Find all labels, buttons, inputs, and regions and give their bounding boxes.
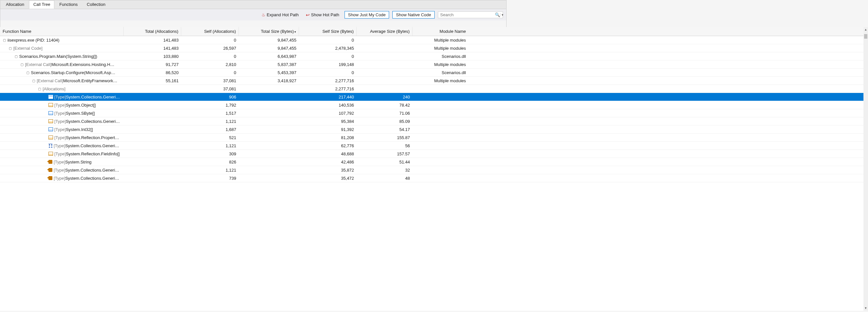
call-tree-grid: Function NameTotal (Allocations)Self (Al…: [0, 27, 506, 182]
expander-icon[interactable]: ▢: [3, 38, 6, 42]
function-name-text: Scenarios.Startup.Configure(Microsoft.As…: [31, 70, 115, 75]
total-cell: 141,483: [124, 46, 181, 51]
self_size-cell: 0: [299, 38, 356, 42]
function-name-cell[interactable]: [Type] System.Collections.Generi…: [0, 95, 124, 99]
tree-row[interactable]: ▢[External Code]141,48326,5979,847,4552,…: [0, 44, 506, 52]
column-header[interactable]: Module Name: [412, 27, 468, 36]
tree-row[interactable]: [Type] System.Object[]1,792140,53678.42: [0, 101, 506, 109]
name-prefix: [Type]: [54, 95, 66, 99]
function-name-text: System.Int32[]: [66, 127, 93, 132]
function-name-cell[interactable]: ▢[External Call] Microsoft.EntityFramewo…: [0, 78, 124, 83]
avg-cell: 85.09: [356, 119, 412, 124]
tree-row[interactable]: ▢[External Call] Microsoft.Extensions.Ho…: [0, 61, 506, 69]
tree-row[interactable]: ▢Scenarios.Program.Main(System.String[])…: [0, 52, 506, 61]
tree-row[interactable]: ▢iisexpress.exe (PID: 11404)141,48309,84…: [0, 36, 506, 44]
function-name-cell[interactable]: [Type] System.SByte[]: [0, 111, 124, 116]
self-cell: 0: [181, 38, 239, 42]
function-name-cell[interactable]: [Type] System.Object[]: [0, 103, 124, 108]
expander-icon[interactable]: ▢: [26, 71, 30, 74]
name-prefix: [Type]: [54, 135, 66, 140]
column-header[interactable]: Self (Allocations): [181, 27, 239, 36]
function-name-text: System.String: [65, 160, 91, 165]
search-dropdown-icon[interactable]: ▾: [500, 13, 503, 16]
tree-row[interactable]: ▢Scenarios.Startup.Configure(Microsoft.A…: [0, 69, 506, 77]
tree-row[interactable]: [Type] System.Reflection.Propert…52181,2…: [0, 134, 506, 142]
column-header[interactable]: Function Name: [0, 27, 124, 36]
function-name-cell[interactable]: ▢Scenarios.Startup.Configure(Microsoft.A…: [0, 70, 124, 75]
module-cell: Multiple modules: [412, 38, 468, 42]
column-header[interactable]: Total (Allocations): [124, 27, 181, 36]
expander-icon: [43, 119, 47, 123]
tree-row[interactable]: [Type] System.Collections.Generi…906217,…: [0, 93, 506, 101]
name-prefix: [Type]: [54, 127, 66, 132]
self_size-cell: 2,277,716: [299, 86, 356, 91]
function-name-cell[interactable]: ▢iisexpress.exe (PID: 11404): [0, 38, 124, 42]
tree-row[interactable]: [Type] System.Collections.Generi…1,12162…: [0, 142, 506, 150]
tree-row[interactable]: [Type] System.String82642,48651.44: [0, 158, 506, 166]
function-name-cell[interactable]: [Type] System.String: [0, 160, 124, 165]
type-icon: [49, 136, 53, 139]
module-cell: Multiple modules: [412, 46, 468, 51]
tree-row[interactable]: ▢[Allocations]37,0812,277,716: [0, 85, 506, 93]
function-name-cell[interactable]: [Type] System.Reflection.Propert…: [0, 135, 124, 140]
expand-hot-path-link[interactable]: ♨ Expand Hot Path: [259, 12, 301, 18]
expander-icon[interactable]: ▢: [38, 87, 41, 91]
tab-call-tree[interactable]: Call Tree: [29, 0, 54, 9]
self_size-cell: 35,472: [299, 176, 356, 181]
function-name-cell[interactable]: ▢[External Code]: [0, 46, 124, 51]
type-icon: [49, 111, 53, 115]
self-cell: 826: [181, 160, 239, 165]
total_size-cell: 9,847,455: [239, 46, 299, 51]
function-name-text: System.Collections.Generi…: [66, 95, 120, 99]
function-name-cell[interactable]: [Type] System.Collections.Generi…: [0, 119, 124, 124]
show-native-code-button[interactable]: Show Native Code: [392, 11, 435, 19]
expander-icon[interactable]: ▢: [32, 79, 35, 82]
tree-row[interactable]: [Type] System.Collections.Generi…1,12135…: [0, 166, 506, 174]
function-name-cell[interactable]: ▢[External Call] Microsoft.Extensions.Ho…: [0, 62, 124, 67]
column-header[interactable]: Average Size (Bytes): [356, 27, 412, 36]
function-name-cell[interactable]: [Type] System.Collections.Generi…: [0, 176, 124, 181]
expander-icon[interactable]: ▢: [14, 55, 18, 58]
type-icon: [49, 119, 53, 123]
self-cell: 0: [181, 70, 239, 75]
name-prefix: [Type]: [54, 176, 65, 181]
function-name-text: iisexpress.exe (PID: 11404): [7, 38, 60, 42]
tree-row[interactable]: [Type] System.SByte[]1,517107,79271.06: [0, 109, 506, 117]
total-cell: 141,483: [124, 38, 181, 42]
function-name-cell[interactable]: [Type] System.Int32[]: [0, 127, 124, 132]
tree-row[interactable]: [Type] System.Collections.Generi…73935,4…: [0, 174, 506, 182]
tree-row[interactable]: ▢[External Call] Microsoft.EntityFramewo…: [0, 77, 506, 85]
type-icon: [49, 128, 53, 131]
expander-icon[interactable]: ▢: [20, 63, 24, 66]
column-header[interactable]: Total Size (Bytes)▾: [239, 27, 299, 36]
function-name-cell[interactable]: [Type] System.Reflection.FieldInfo[]: [0, 151, 124, 156]
name-prefix: [Type]: [54, 151, 66, 156]
show-just-my-code-button[interactable]: Show Just My Code: [344, 11, 390, 19]
function-name-text: System.Collections.Generi…: [65, 168, 119, 173]
show-hot-path-link[interactable]: ↩ Show Hot Path: [304, 12, 341, 18]
function-name-cell[interactable]: ▢Scenarios.Program.Main(System.String[]): [0, 54, 124, 59]
tab-functions[interactable]: Functions: [55, 0, 82, 9]
avg-cell: 56: [356, 143, 412, 148]
self_size-cell: 2,478,345: [299, 46, 356, 51]
search-icon[interactable]: 🔍: [495, 12, 500, 17]
tree-row[interactable]: [Type] System.Int32[]1,68791,39254.17: [0, 126, 506, 134]
function-name-cell[interactable]: ▢[Allocations]: [0, 86, 124, 91]
sort-indicator-icon: ▾: [294, 30, 296, 33]
function-name-cell[interactable]: [Type] System.Collections.Generi…: [0, 168, 124, 173]
name-prefix: [Type]: [54, 119, 66, 124]
search-input[interactable]: [440, 12, 495, 17]
tab-allocation[interactable]: Allocation: [2, 0, 28, 9]
search-box[interactable]: 🔍 ▾: [438, 11, 503, 18]
tab-collection[interactable]: Collection: [83, 0, 110, 9]
tree-row[interactable]: [Type] System.Collections.Generi…1,12195…: [0, 117, 506, 126]
type-icon: [49, 103, 53, 107]
avg-cell: 51.44: [356, 160, 412, 165]
self_size-cell: 217,440: [299, 95, 356, 99]
function-name-cell[interactable]: [Type] System.Collections.Generi…: [0, 143, 124, 148]
column-header[interactable]: Self Size (Bytes): [299, 27, 356, 36]
self-cell: 37,081: [181, 86, 239, 91]
tree-row[interactable]: [Type] System.Reflection.FieldInfo[]3094…: [0, 150, 506, 158]
expander-icon[interactable]: ▢: [8, 46, 12, 50]
show-hot-path-label: Show Hot Path: [311, 12, 339, 17]
